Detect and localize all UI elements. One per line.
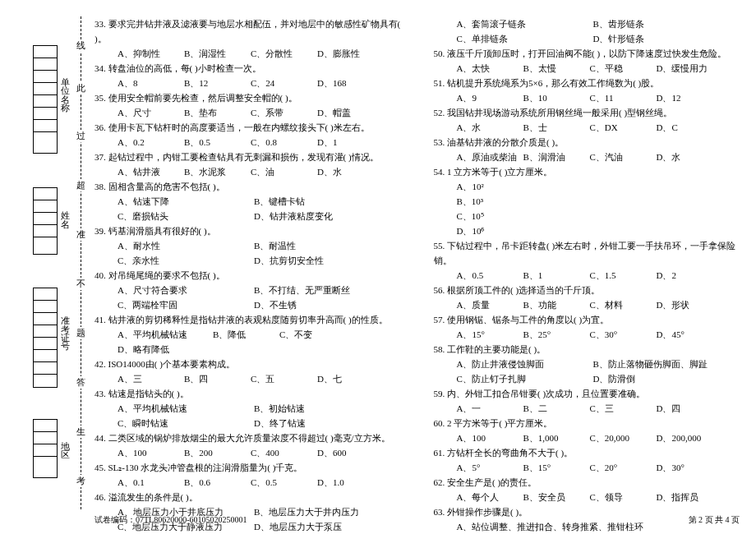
q58-opts: A、防止井液侵蚀脚面B、防止落物砸伤脚面、脚趾 bbox=[434, 357, 740, 371]
q44-stem: 44. 二类区域的锅炉排放烟尘的最大允许质量浓度不得超过( )毫克/立方米。 bbox=[94, 430, 401, 445]
marker: 超 bbox=[76, 179, 85, 191]
q43-opts: A、平均机械钻速B、初始钻速 bbox=[94, 401, 401, 416]
q62-stem: 62. 安全生产是( )的责任。 bbox=[434, 475, 740, 490]
marker: 过 bbox=[76, 130, 85, 142]
q41-stem: 41. 钻井液的剪切稀释性是指钻井液的表观粘度随剪切率升高而( )的性质。 bbox=[94, 312, 401, 327]
marker: 不 bbox=[76, 278, 85, 290]
q60-stem: 60. 2 平方米等于( )平方厘米。 bbox=[434, 416, 740, 430]
q45-stem: 45. SL₂-130 水龙头冲管盘根的注润滑脂量为( )千克。 bbox=[94, 460, 401, 475]
q44-opts: A、100B、200C、400D、600 bbox=[94, 445, 401, 460]
marker: 准 bbox=[76, 228, 85, 241]
q49-opts: A、套筒滚子链条B、齿形链条 bbox=[434, 16, 740, 31]
q55-stem: 55. 下钻过程中，吊卡距转盘( )米左右时，外钳工要一手扶吊环，一手拿保险销。 bbox=[434, 238, 740, 268]
q61-opts: A、5°B、15°C、20°D、30° bbox=[434, 460, 740, 475]
q53-stem: 53. 油基钻井液的分散介质是( )。 bbox=[434, 135, 740, 150]
q36-stem: 36. 使用卡瓦下钻杆时的高度要适当，一般在内螺纹接头下( )米左右。 bbox=[94, 120, 401, 135]
q38-opts: A、钻速下降B、键槽卡钻 bbox=[94, 194, 401, 209]
q42-stem: 42. ISO14000由( )个基本要素构成。 bbox=[94, 357, 401, 371]
q52-opts: A、水B、士C、DXD、C bbox=[434, 120, 740, 135]
footer-code: 试卷编码：07TL80620000-60105020250001 bbox=[94, 514, 247, 526]
marker: 考 bbox=[76, 475, 85, 487]
q58-stem: 58. 工作鞋的主要功能是( )。 bbox=[434, 342, 740, 357]
q42-opts: A、三B、四C、五D、七 bbox=[94, 371, 401, 386]
q53-opts: A、原油或柴油B、润滑油C、汽油D、水 bbox=[434, 150, 740, 164]
q34-stem: 34. 转盘油位的高低，每( )小时检查一次。 bbox=[94, 61, 401, 76]
q50-stem: 50. 液压千斤顶卸压时，打开回油阀不能( )，以防下降速度过快发生危险。 bbox=[434, 46, 740, 61]
q40-opts: A、尺寸符合要求B、不打结、无严重断丝 bbox=[94, 283, 401, 297]
q35-opts: A、尺寸B、垫布C、系带D、帽盖 bbox=[94, 105, 401, 120]
left-column: 33. 要求完井钻井液及滤液要与地层水相配伍，并对地层中的敏感性矿物具有( )。… bbox=[94, 16, 417, 509]
field-box-unit bbox=[33, 45, 58, 154]
marker: 生 bbox=[76, 426, 85, 438]
q37-opts: A、钻井液B、水泥浆C、油D、水 bbox=[94, 164, 401, 179]
q54-stem: 54. 1 立方米等于( )立方厘米。 bbox=[434, 164, 740, 179]
q59-opts: A、一B、二C、三D、四 bbox=[434, 401, 740, 416]
q57-opts: A、15°B、25°C、30°D、45° bbox=[434, 327, 740, 342]
q55-opts: A、0.5B、1C、1.5D、2 bbox=[434, 268, 740, 283]
marker: 此 bbox=[76, 82, 85, 94]
marker: 题 bbox=[76, 327, 85, 339]
q37-stem: 37. 起钻过程中，内钳工要检查钻具有无刺漏和损伤，发现有灌( )情况。 bbox=[94, 150, 401, 164]
label-name: 姓 名 bbox=[59, 204, 71, 216]
field-box-name bbox=[33, 187, 58, 255]
question-content: 33. 要求完井钻井液及滤液要与地层水相配伍，并对地层中的敏感性矿物具有( )。… bbox=[94, 16, 740, 509]
q36-opts: A、0.2B、0.5C、0.8D、1 bbox=[94, 135, 401, 150]
label-unit: 单 位 名 称 bbox=[59, 70, 71, 99]
field-box-area bbox=[33, 419, 58, 478]
q56-opts: A、质量B、功能C、材料D、形状 bbox=[434, 297, 740, 312]
q38-stem: 38. 固相含量高的危害不包括( )。 bbox=[94, 179, 401, 194]
marker: 答 bbox=[76, 376, 85, 389]
field-box-exam bbox=[33, 288, 58, 388]
q51-stem: 51. 钻机提升系统绳系为5×6，那么有效工作绳数为( )股。 bbox=[434, 76, 740, 90]
q52-stem: 52. 我国钻井现场游动系统所用钢丝绳一般采用( )型钢丝绳。 bbox=[434, 105, 740, 120]
q59-stem: 59. 内、外钳工扣合吊钳要( )次成功，且位置要准确。 bbox=[434, 386, 740, 401]
q45-opts: A、0.1B、0.6C、0.5D、1.0 bbox=[94, 475, 401, 490]
q62-opts: A、每个人B、安全员C、领导D、指挥员 bbox=[434, 490, 740, 504]
q41-opts: A、平均机械钻速B、降低C、不变D、略有降低 bbox=[94, 327, 401, 357]
q60-opts: A、100B、1,000C、20,000D、200,000 bbox=[434, 430, 740, 445]
q57-stem: 57. 使用钢锯、锯条与工件的角度以( )为宜。 bbox=[434, 312, 740, 327]
marker: 线 bbox=[76, 39, 85, 52]
q46-stem: 46. 溢流发生的条件是( )。 bbox=[94, 490, 401, 504]
q43-stem: 43. 钻速是指钻头的( )。 bbox=[94, 386, 401, 401]
q40-stem: 40. 对吊绳尾绳的要求不包括( )。 bbox=[94, 268, 401, 283]
q51-opts: A、9B、10C、11D、12 bbox=[434, 90, 740, 105]
q50-opts: A、太快B、太慢C、平稳D、缓慢用力 bbox=[434, 61, 740, 76]
right-column: A、套筒滚子链条B、齿形链条 C、单排链条D、针形链条 50. 液压千斤顶卸压时… bbox=[417, 16, 740, 509]
q39-stem: 39. 钙基润滑脂具有很好的( )。 bbox=[94, 223, 401, 238]
footer-page: 第 2 页 共 4 页 bbox=[689, 514, 740, 526]
q34-opts: A、8B、12C、24D、168 bbox=[94, 76, 401, 90]
q33-stem: 33. 要求完井钻井液及滤液要与地层水相配伍，并对地层中的敏感性矿物具有( )。 bbox=[94, 16, 401, 46]
q39-opts: A、耐水性B、耐温性 bbox=[94, 238, 401, 253]
q56-stem: 56. 根据所顶工件的( )选择适当的千斤顶。 bbox=[434, 283, 740, 297]
page-footer: 试卷编码：07TL80620000-60105020250001 第 2 页 共… bbox=[94, 514, 740, 526]
binding-margin: 单 位 名 称 姓 名 准 考 证 号 地 区 bbox=[0, 0, 90, 534]
q61-stem: 61. 方钻杆全长的弯曲角不大于( )。 bbox=[434, 445, 740, 460]
q35-stem: 35. 使用安全帽前要先检查，然后调整安全帽的( )。 bbox=[94, 90, 401, 105]
q33-opts: A、抑制性B、润湿性C、分散性D、膨胀性 bbox=[94, 46, 401, 61]
label-area: 地 区 bbox=[59, 434, 71, 446]
q54-opts: A、10² bbox=[434, 179, 740, 194]
label-exam: 准 考 证 号 bbox=[59, 308, 71, 338]
